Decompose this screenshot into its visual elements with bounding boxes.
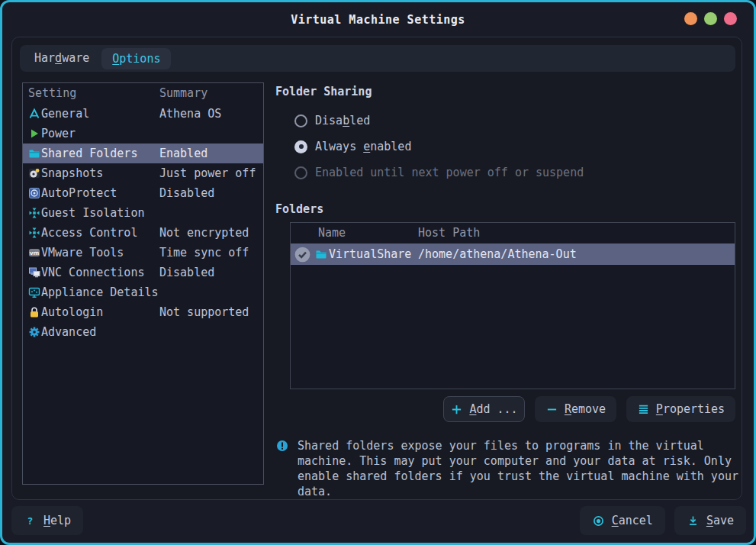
help-button-label: Help	[43, 514, 71, 527]
properties-button-label: Properties	[656, 402, 725, 416]
setting-summary: Just power off	[159, 166, 256, 180]
vm-settings-dialog: Virtual Machine Settings HardwareOptions…	[0, 0, 756, 545]
setting-label: Power	[41, 127, 76, 140]
footer-right-group: Cancel Save	[580, 506, 746, 535]
alert-icon	[275, 440, 288, 452]
maximize-light[interactable]	[704, 12, 717, 25]
remove-button-label: Remove	[565, 402, 606, 416]
add-button-label: Add ...	[469, 402, 517, 416]
appliance-details-icon	[27, 286, 40, 298]
tab-options[interactable]: Options	[101, 48, 171, 69]
vnc-connections-icon	[27, 266, 40, 279]
add-button[interactable]: Add ...	[443, 396, 525, 422]
setting-label: Snapshots	[41, 166, 103, 180]
tab-hardware[interactable]: Hardware	[27, 45, 97, 72]
setting-summary: Not supported	[159, 305, 249, 319]
svg-text:?: ?	[27, 515, 34, 527]
settings-row-access-control[interactable]: Access ControlNot encrypted	[23, 223, 263, 243]
save-button-label: Save	[706, 514, 734, 527]
window-controls	[684, 12, 737, 25]
radio-unselected-icon[interactable]	[294, 114, 307, 127]
setting-summary: Athena OS	[159, 107, 221, 121]
setting-summary: Disabled	[159, 186, 214, 200]
list-icon	[637, 403, 650, 415]
folder-sharing-title: Folder Sharing	[275, 85, 742, 98]
minus-icon	[545, 403, 558, 415]
access-control-icon	[27, 227, 40, 239]
settings-row-guest-isolation[interactable]: Guest Isolation	[23, 203, 263, 223]
settings-row-snapshots[interactable]: SnapshotsJust power off	[23, 163, 263, 183]
folder-icon	[314, 248, 327, 260]
folder-sharing-radio-group: DisabledAlways enabledEnabled until next…	[294, 108, 742, 185]
radio-option-disabled[interactable]: Disabled	[294, 108, 742, 134]
setting-label: Access Control	[41, 226, 137, 240]
plus-icon	[450, 403, 463, 415]
setting-label: Advanced	[41, 325, 96, 339]
folders-button-row: Add ...RemoveProperties	[275, 396, 742, 422]
cancel-circle-icon	[592, 514, 605, 527]
snapshot-disc-icon	[27, 167, 40, 179]
setting-label: AutoProtect	[41, 186, 117, 200]
window-title: Virtual Machine Settings	[291, 13, 465, 27]
svg-text:vm: vm	[29, 250, 39, 256]
setting-summary: Time sync off	[159, 246, 249, 260]
settings-row-appliance-details[interactable]: Appliance Details	[23, 282, 263, 302]
settings-row-vnc-connections[interactable]: VNC ConnectionsDisabled	[23, 263, 263, 282]
settings-table: Setting Summary GeneralAthena OSPowerSha…	[22, 82, 264, 485]
setting-label: Guest Isolation	[41, 206, 144, 220]
properties-button[interactable]: Properties	[626, 396, 735, 422]
autologin-lock-icon	[27, 306, 40, 318]
cancel-button[interactable]: Cancel	[580, 506, 665, 535]
autoprotect-icon	[27, 187, 40, 199]
content-area: Setting Summary GeneralAthena OSPowerSha…	[12, 72, 742, 499]
folder-name: VirtualShare	[329, 247, 411, 261]
folder-host-path: /home/athena/Athena-Out	[418, 247, 577, 261]
save-arrow-icon	[687, 514, 700, 527]
options-detail-panel: Folder Sharing DisabledAlways enabledEna…	[275, 82, 742, 499]
warning-text: Shared folders expose your files to prog…	[298, 438, 740, 499]
settings-row-vmware-tools[interactable]: vmVMware ToolsTime sync off	[23, 243, 263, 263]
folders-table-header: Name Host Path	[291, 223, 735, 243]
save-button[interactable]: Save	[674, 506, 746, 535]
settings-row-power[interactable]: Power	[23, 124, 263, 144]
vmware-tools-icon: vm	[27, 247, 40, 259]
name-column-header: Name	[318, 223, 346, 243]
setting-label: Appliance Details	[41, 285, 159, 299]
tab-bar: HardwareOptions	[20, 45, 735, 72]
titlebar: Virtual Machine Settings	[2, 2, 754, 37]
remove-button[interactable]: Remove	[535, 396, 616, 422]
shared-folder-icon	[27, 147, 40, 160]
host-path-column-header: Host Path	[418, 223, 480, 243]
setting-label: Shared Folders	[41, 147, 137, 160]
settings-table-header: Setting Summary	[23, 83, 263, 104]
setting-summary: Disabled	[159, 266, 214, 279]
radio-label: Enabled until next power off or suspend	[315, 166, 584, 179]
settings-row-advanced[interactable]: Advanced	[23, 322, 263, 342]
radio-option-enabled-until-next-power-off-or-suspend: Enabled until next power off or suspend	[294, 160, 742, 185]
radio-selected-icon[interactable]	[294, 140, 307, 153]
radio-option-always-enabled[interactable]: Always enabled	[294, 134, 742, 160]
minimize-light[interactable]	[684, 12, 697, 25]
close-light[interactable]	[724, 12, 737, 25]
question-icon: ?	[24, 514, 37, 527]
setting-label: Autologin	[41, 305, 103, 319]
guest-isolation-icon	[27, 207, 40, 219]
setting-label: General	[41, 107, 89, 121]
folder-row-virtualshare[interactable]: VirtualShare/home/athena/Athena-Out	[291, 243, 735, 265]
setting-summary: Not encrypted	[159, 226, 249, 240]
help-button[interactable]: ? Help	[11, 506, 83, 535]
settings-row-autoprotect[interactable]: AutoProtectDisabled	[23, 183, 263, 203]
dialog-footer: ? Help Cancel Save	[11, 506, 746, 535]
folders-table: Name Host Path VirtualShare/home/athena/…	[290, 222, 735, 389]
setting-label: VNC Connections	[41, 266, 144, 279]
advanced-gear-icon	[27, 326, 40, 338]
settings-row-shared-folders[interactable]: Shared FoldersEnabled	[23, 144, 263, 163]
setting-summary: Enabled	[159, 147, 207, 160]
main-panel: HardwareOptions Setting Summary GeneralA…	[11, 37, 742, 500]
folders-title: Folders	[275, 202, 742, 216]
radio-label: Always enabled	[315, 140, 411, 153]
settings-row-general[interactable]: GeneralAthena OS	[23, 104, 263, 124]
settings-row-autologin[interactable]: AutologinNot supported	[23, 302, 263, 322]
summary-column-header: Summary	[159, 83, 207, 104]
cancel-button-label: Cancel	[612, 514, 653, 527]
